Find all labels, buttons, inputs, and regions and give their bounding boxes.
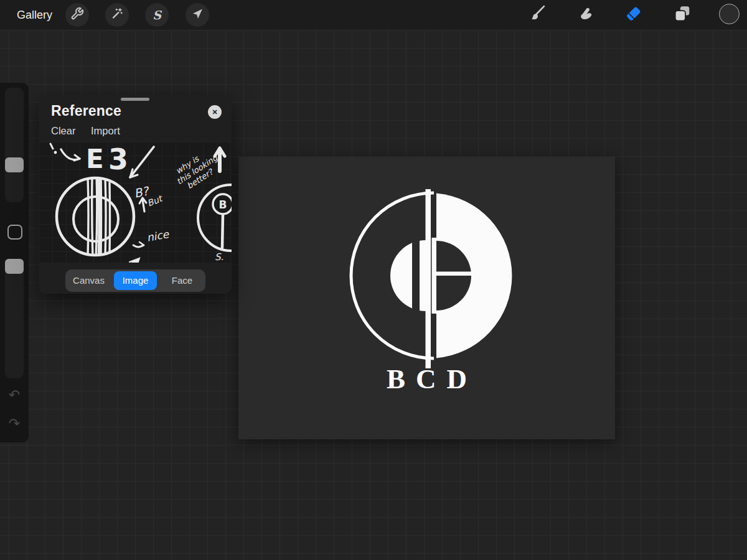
reference-image[interactable]: E 3 B? why is this looking better? But n…	[39, 142, 232, 263]
arrow-icon	[191, 7, 204, 22]
tab-image[interactable]: Image	[114, 271, 157, 290]
s-curve-icon: S	[153, 8, 161, 22]
paint-tool-button[interactable]	[523, 1, 550, 29]
tab-canvas[interactable]: Canvas	[67, 271, 110, 290]
opacity-slider[interactable]	[5, 264, 24, 378]
eraser-tool-button[interactable]	[620, 1, 647, 29]
logo-inner-left-white	[390, 240, 426, 311]
color-circle-icon[interactable]	[719, 4, 740, 24]
sketch-letter-b: B	[219, 198, 227, 211]
sketch-word-nice: nice	[146, 228, 171, 244]
sketch-drawing: E 3 B? why is this looking better? But n…	[39, 142, 232, 263]
logo-stem-inner	[432, 238, 437, 314]
sketch-letter-e: E	[86, 144, 104, 174]
panel-title: Reference	[51, 103, 121, 119]
smudge-finger-icon	[576, 4, 594, 26]
tab-face[interactable]: Face	[161, 271, 204, 290]
logo-inner-left-slot	[412, 238, 420, 314]
transform-button[interactable]	[186, 3, 209, 27]
selection-button[interactable]: S	[145, 3, 169, 27]
eraser-icon	[624, 4, 643, 26]
redo-button[interactable]: ↷	[0, 414, 29, 433]
brush-size-handle[interactable]	[5, 157, 24, 172]
smudge-tool-button[interactable]	[571, 1, 599, 29]
actions-button[interactable]	[65, 3, 89, 27]
clear-button[interactable]: Clear	[51, 125, 75, 137]
close-icon[interactable]: ✕	[208, 105, 222, 119]
drag-handle[interactable]	[121, 98, 149, 101]
import-button[interactable]: Import	[91, 125, 120, 137]
tool-sidebar: ↶ ↷	[0, 83, 29, 442]
top-toolbar: Gallery S	[0, 0, 747, 30]
brush-icon	[527, 4, 546, 26]
reference-mode-tabs: Canvas Image Face	[65, 269, 205, 292]
bcd-logo-artwork	[238, 157, 615, 439]
modify-button[interactable]	[7, 225, 22, 240]
layers-icon	[673, 4, 692, 26]
opacity-handle[interactable]	[5, 259, 24, 274]
brush-size-slider[interactable]	[5, 88, 24, 202]
sketch-numeral-3: 3	[108, 142, 128, 176]
sketch-letter-s: S.	[215, 251, 223, 263]
wrench-icon	[70, 7, 84, 23]
drawing-canvas[interactable]: BCD	[238, 157, 615, 439]
logo-horizontal-bar	[436, 272, 472, 276]
adjustments-button[interactable]	[105, 3, 129, 27]
reference-panel: Reference ✕ Clear Import	[39, 95, 232, 294]
logo-wordmark: BCD	[238, 363, 615, 395]
layers-button[interactable]	[669, 1, 696, 29]
logo-stem	[426, 189, 431, 368]
magic-wand-icon	[110, 7, 124, 23]
undo-button[interactable]: ↶	[0, 386, 29, 404]
procreate-workspace: Gallery S	[0, 0, 747, 560]
gallery-button[interactable]: Gallery	[17, 0, 52, 30]
